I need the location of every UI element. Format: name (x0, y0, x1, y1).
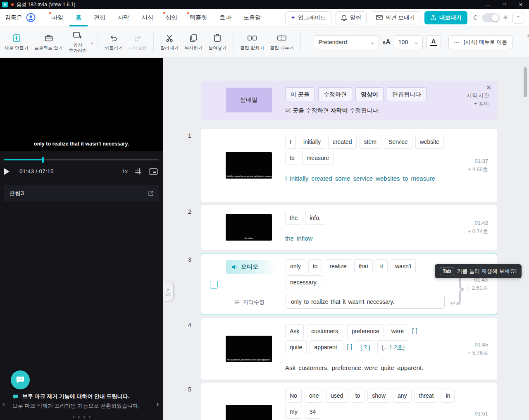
word-chip[interactable]: No (285, 389, 302, 403)
word-chip[interactable]: one (305, 389, 323, 403)
menu-edit[interactable]: 편집 (88, 9, 112, 26)
user-avatar-icon[interactable] (26, 13, 36, 22)
feedback-button[interactable]: 의견 보내기 (371, 11, 420, 24)
word-chip[interactable]: only (286, 259, 305, 273)
word-chip[interactable]: the (285, 211, 302, 225)
seek-bar[interactable] (4, 159, 159, 160)
goto-format-menu-button[interactable]: ⋯ [서식] 메뉴로 이동 (448, 35, 512, 49)
open-project-button[interactable]: 프로젝트 열기 (31, 29, 66, 56)
clip-timing[interactable]: 01:42 + 0.74초 (467, 219, 488, 236)
menu-file[interactable]: 파일 (45, 9, 69, 26)
clip-timing[interactable]: 01:37 + 4.60초 (467, 157, 488, 174)
seek-handle[interactable] (42, 157, 44, 163)
collapse-ribbon-button[interactable]: ⌃ (512, 12, 524, 24)
word-chip[interactable]: any (393, 389, 412, 403)
word-chip[interactable]: I (285, 135, 296, 149)
clip-name-box[interactable]: 클립3 (4, 186, 159, 201)
menu-effect[interactable]: 효과 (213, 9, 237, 26)
merge-clips-button[interactable]: 클립 합치기 (237, 29, 267, 56)
notifications-button[interactable]: 알림 (336, 11, 367, 24)
undo-button[interactable]: 되돌리기 (102, 29, 126, 56)
word-chip[interactable]: necessary. (286, 275, 322, 289)
clip-card[interactable]: the inflow the info, the inflow 01:42 + … (201, 205, 497, 250)
video-preview[interactable]: only to realize that it wasn't necessary… (0, 58, 163, 151)
close-button[interactable]: ✕ (512, 0, 529, 9)
menu-help[interactable]: 도움말 (237, 9, 267, 26)
pagination-dot[interactable] (78, 416, 80, 418)
menu-format[interactable]: 서식 (136, 9, 160, 26)
word-chip[interactable]: used (326, 389, 348, 403)
word-chip[interactable]: threat (415, 389, 438, 403)
word-chip[interactable]: quite (285, 340, 307, 354)
pagination-dot[interactable] (83, 416, 85, 418)
panel-expander[interactable]: › 2/2 (163, 282, 173, 301)
word-chip[interactable]: to (351, 389, 365, 403)
minimize-button[interactable]: — (479, 0, 496, 9)
clip-thumbnail[interactable]: Ask customers, preference were quite app… (226, 336, 272, 362)
external-link-icon[interactable] (148, 191, 154, 196)
cut-button[interactable]: 잘라내기 (157, 29, 181, 56)
menu-template[interactable]: 템플릿 (183, 9, 213, 26)
pagination-dot[interactable] (89, 416, 91, 418)
menu-insert[interactable]: 삽입 (160, 9, 183, 26)
word-chip[interactable]: 34 (305, 405, 321, 419)
menu-home[interactable]: 홈 (69, 9, 88, 26)
word-chip[interactable]: preference (347, 324, 384, 338)
word-chip[interactable]: apparent. (310, 340, 343, 354)
word-chip[interactable]: website (415, 135, 444, 149)
new-project-button[interactable]: 새로 만들기 (2, 29, 31, 56)
clip-card[interactable]: No one used to show any threat in my 34 … (201, 383, 497, 420)
clip-timing[interactable]: 01:43 + 2.61초 (467, 276, 488, 292)
vertical-scrollbar-thumb[interactable] (524, 67, 527, 97)
playback-speed-button[interactable]: 1x (122, 168, 128, 174)
clipped-toolbar-item[interactable]: 무료줄 (519, 33, 529, 45)
clip-card-selected[interactable]: 오디오 only to realize that it wasn't neces… (201, 253, 497, 315)
font-size-select[interactable]: 100 ⌄ (394, 35, 423, 49)
clip-subtitle-text[interactable]: Ask customers, preference were quite app… (285, 363, 441, 373)
subtitle-edit-input[interactable] (286, 295, 445, 309)
clip-card[interactable]: I initially created some service website… (201, 129, 497, 202)
word-chip[interactable]: to (308, 259, 322, 273)
clip-thumbnail[interactable]: the inflow (226, 214, 272, 241)
clip-thumbnail[interactable] (226, 405, 272, 420)
word-chip[interactable]: measure (302, 151, 334, 165)
grid-view-icon[interactable] (135, 168, 142, 175)
split-clip-button[interactable]: 클립 나누기 (267, 29, 297, 56)
word-chip[interactable]: show (367, 389, 390, 403)
copy-button[interactable]: 복사하기 (181, 29, 205, 56)
export-button[interactable]: 내보내기 (424, 11, 467, 24)
word-chip[interactable]: to (285, 151, 299, 165)
clip-timing[interactable]: 01:45 + 5.76초 (467, 341, 488, 357)
menu-subtitle[interactable]: 자막 (112, 9, 136, 26)
word-chip[interactable]: initially (299, 135, 325, 149)
theme-toggle[interactable] (482, 13, 500, 22)
chevron-down-icon[interactable]: ⌄ (90, 39, 94, 45)
play-button[interactable] (4, 168, 10, 175)
word-chip[interactable]: in (441, 389, 455, 403)
user-account[interactable]: 김동은 (5, 13, 36, 22)
clip-card[interactable]: Ask customers, preference were quite app… (201, 318, 497, 379)
word-chip[interactable]: customers, (307, 324, 344, 338)
redo-button[interactable]: 다시실행 (126, 29, 150, 56)
word-chip[interactable]: Ask (285, 324, 304, 338)
clip-subtitle-text[interactable]: I initially created some service website… (285, 173, 441, 184)
audio-clip-badge[interactable]: 오디오 (226, 260, 276, 274)
notice-next-arrow[interactable]: › (156, 400, 159, 408)
clip-checkbox[interactable] (210, 281, 218, 289)
paste-button[interactable]: 붙여넣기 (205, 29, 229, 56)
banner-close-icon[interactable]: ✕ (486, 84, 491, 91)
word-chip[interactable]: info, (305, 211, 325, 225)
notice-prev-arrow[interactable]: ‹ (2, 400, 5, 408)
word-chip[interactable]: that (354, 259, 373, 273)
word-chip[interactable]: my (285, 405, 302, 419)
clip-thumbnail[interactable]: I initially created some service website… (226, 152, 272, 179)
text-color-button[interactable]: A (426, 35, 441, 49)
word-chip[interactable]: wasn't (391, 259, 416, 273)
upgrade-button[interactable]: ✦업그레이드 (285, 11, 331, 24)
word-chip[interactable]: realize (325, 259, 351, 273)
word-chip[interactable]: it (376, 259, 388, 273)
clip-timing[interactable]: 01:51 + 3.57초 (467, 410, 488, 420)
font-family-select[interactable]: Pretendard ⌄ (314, 35, 379, 49)
pagination-dot[interactable] (73, 416, 74, 418)
unknown-word-chip[interactable]: [ ? ] (356, 340, 374, 354)
